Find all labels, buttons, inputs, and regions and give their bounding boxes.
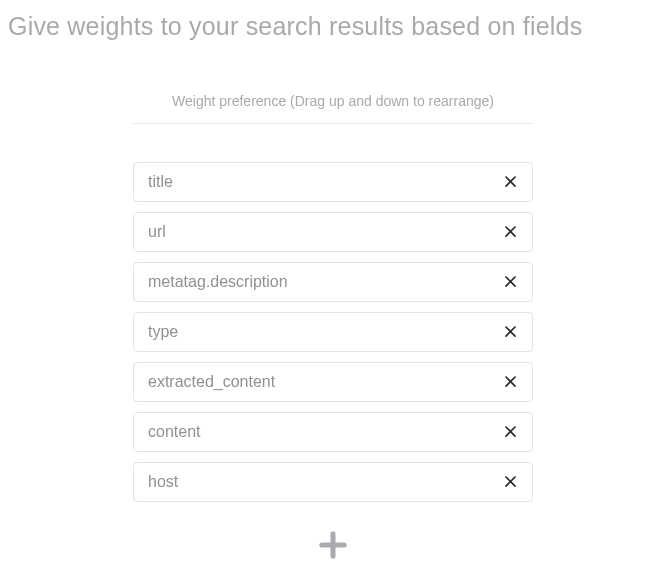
close-icon — [503, 324, 518, 339]
plus-icon — [318, 530, 348, 560]
add-field-button[interactable] — [318, 530, 348, 560]
field-label: host — [148, 473, 178, 491]
field-label: extracted_content — [148, 373, 275, 391]
remove-field-button[interactable] — [503, 274, 518, 289]
field-list: titleurlmetatag.descriptiontypeextracted… — [133, 162, 533, 502]
close-icon — [503, 174, 518, 189]
field-label: url — [148, 223, 166, 241]
field-row[interactable]: content — [133, 412, 533, 452]
field-row[interactable]: title — [133, 162, 533, 202]
close-icon — [503, 424, 518, 439]
field-row[interactable]: type — [133, 312, 533, 352]
field-row[interactable]: url — [133, 212, 533, 252]
remove-field-button[interactable] — [503, 474, 518, 489]
remove-field-button[interactable] — [503, 324, 518, 339]
weights-subtitle: Weight preference (Drag up and down to r… — [133, 93, 533, 109]
remove-field-button[interactable] — [503, 174, 518, 189]
close-icon — [503, 274, 518, 289]
page-title: Give weights to your search results base… — [8, 10, 658, 43]
remove-field-button[interactable] — [503, 424, 518, 439]
close-icon — [503, 224, 518, 239]
field-row[interactable]: host — [133, 462, 533, 502]
field-row[interactable]: extracted_content — [133, 362, 533, 402]
field-label: metatag.description — [148, 273, 288, 291]
remove-field-button[interactable] — [503, 224, 518, 239]
field-label: type — [148, 323, 178, 341]
field-label: content — [148, 423, 200, 441]
field-row[interactable]: metatag.description — [133, 262, 533, 302]
remove-field-button[interactable] — [503, 374, 518, 389]
weights-panel: Weight preference (Drag up and down to r… — [133, 93, 533, 560]
close-icon — [503, 474, 518, 489]
close-icon — [503, 374, 518, 389]
divider — [133, 123, 533, 124]
field-label: title — [148, 173, 173, 191]
